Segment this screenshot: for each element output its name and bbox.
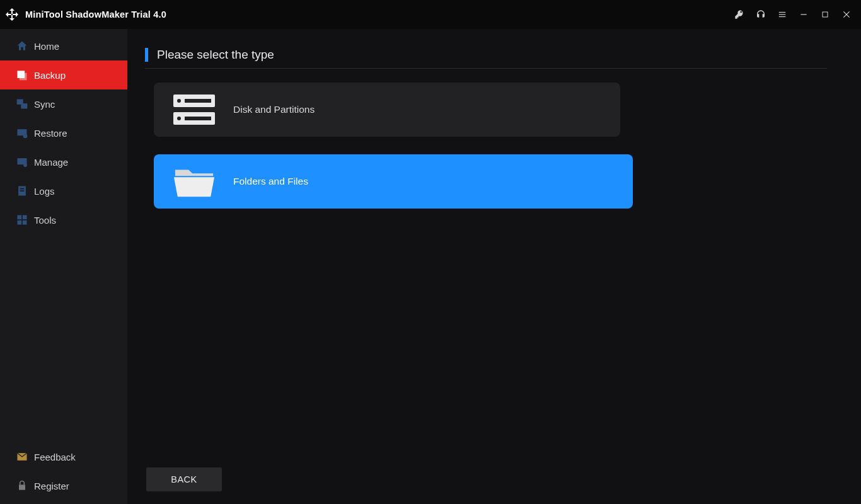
option-label: Disk and Partitions — [233, 104, 315, 115]
title-bar: MiniTool ShadowMaker Trial 4.0 — [0, 0, 861, 29]
svg-rect-21 — [23, 220, 27, 225]
sync-icon — [15, 97, 29, 111]
main-panel: Please select the type — [127, 29, 861, 504]
app-window: MiniTool ShadowMaker Trial 4.0 — [0, 0, 861, 504]
svg-point-14 — [23, 163, 27, 167]
manage-icon — [15, 155, 29, 169]
svg-rect-2 — [779, 16, 786, 17]
sidebar-item-register[interactable]: Register — [0, 471, 127, 500]
sidebar-item-label: Register — [34, 481, 69, 491]
sidebar-item-label: Tools — [34, 215, 56, 226]
svg-rect-0 — [779, 12, 786, 13]
sidebar-item-label: Sync — [34, 99, 55, 110]
svg-rect-23 — [19, 484, 25, 490]
heading-row: Please select the type — [145, 48, 827, 69]
svg-rect-8 — [20, 73, 27, 81]
svg-rect-1 — [779, 14, 786, 14]
app-title: MiniTool ShadowMaker Trial 4.0 — [25, 9, 166, 20]
sidebar-item-restore[interactable]: Restore — [0, 118, 127, 147]
close-button[interactable] — [836, 0, 857, 29]
sidebar-item-logs[interactable]: Logs — [0, 176, 127, 205]
sidebar: Home Backup Sync — [0, 29, 127, 504]
maximize-button[interactable] — [814, 0, 836, 29]
back-button-label: BACK — [171, 474, 197, 484]
menu-button[interactable] — [771, 0, 793, 29]
svg-rect-18 — [18, 215, 22, 220]
sidebar-item-label: Backup — [34, 70, 66, 81]
back-button[interactable]: BACK — [146, 467, 222, 491]
sidebar-item-manage[interactable]: Manage — [0, 147, 127, 176]
backup-icon — [15, 68, 29, 82]
svg-point-26 — [177, 99, 181, 103]
register-icon — [15, 479, 29, 493]
option-folders-files[interactable]: Folders and Files — [154, 154, 633, 209]
svg-point-28 — [177, 117, 181, 120]
sidebar-item-backup[interactable]: Backup — [0, 60, 127, 89]
sidebar-item-sync[interactable]: Sync — [0, 89, 127, 118]
sidebar-item-feedback[interactable]: Feedback — [0, 442, 127, 471]
option-label: Folders and Files — [233, 176, 308, 187]
svg-rect-16 — [20, 188, 25, 190]
option-disk-partitions[interactable]: Disk and Partitions — [154, 83, 620, 137]
svg-rect-10 — [21, 103, 27, 108]
tools-icon — [15, 213, 29, 227]
sidebar-item-label: Manage — [34, 157, 68, 168]
folder-icon — [173, 163, 216, 200]
svg-rect-4 — [823, 12, 828, 17]
sidebar-item-label: Restore — [34, 128, 67, 139]
svg-rect-3 — [800, 14, 806, 14]
minimize-button[interactable] — [793, 0, 814, 29]
sidebar-item-label: Logs — [34, 186, 55, 197]
sidebar-item-tools[interactable]: Tools — [0, 205, 127, 234]
svg-rect-17 — [20, 190, 25, 192]
app-logo-icon — [4, 6, 20, 23]
svg-rect-27 — [185, 99, 211, 103]
svg-point-12 — [23, 134, 28, 139]
svg-rect-19 — [23, 215, 27, 220]
page-heading: Please select the type — [157, 48, 274, 62]
feedback-icon — [15, 450, 29, 464]
heading-accent — [145, 48, 148, 62]
support-button[interactable] — [750, 0, 771, 29]
svg-rect-29 — [185, 117, 211, 120]
sidebar-item-label: Home — [34, 41, 59, 52]
sidebar-item-home[interactable]: Home — [0, 32, 127, 60]
key-button[interactable] — [729, 0, 750, 29]
disk-icon — [173, 91, 216, 128]
logs-icon — [15, 184, 29, 198]
sidebar-item-label: Feedback — [34, 452, 76, 462]
restore-icon — [15, 126, 29, 140]
home-icon — [15, 39, 29, 53]
svg-rect-20 — [18, 220, 22, 225]
